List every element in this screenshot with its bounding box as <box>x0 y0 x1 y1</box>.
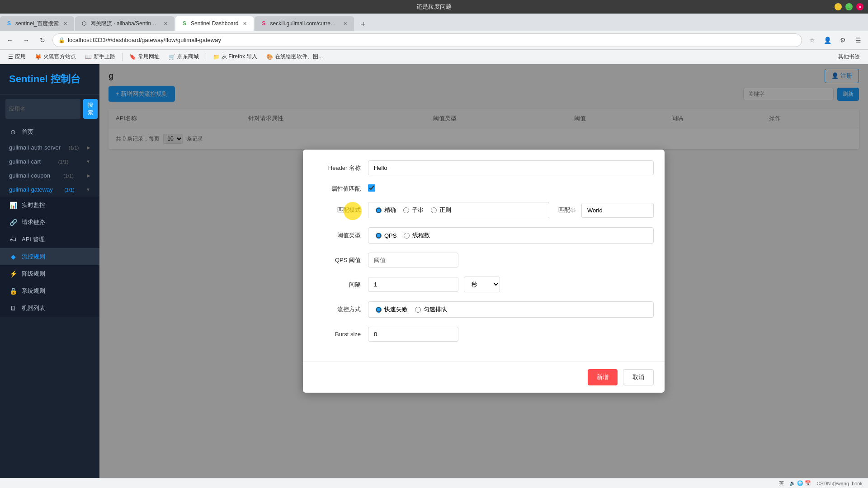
flow-mode-label: 流控方式 <box>314 305 368 314</box>
bookmark-apps[interactable]: ☰ 应用 <box>5 52 29 62</box>
match-mode-radio-group: 精确 子串 正则 <box>368 202 549 218</box>
title-bar: 还是粒度问题 − □ ✕ <box>0 0 868 14</box>
tab-github[interactable]: ⬡ 网关限流 · alibaba/Sentinel Wi... ✕ <box>75 16 175 31</box>
match-regex-radio[interactable] <box>431 207 437 213</box>
modal-cancel-btn[interactable]: 取消 <box>623 369 654 385</box>
attr-match-checkbox[interactable] <box>368 184 375 192</box>
url-bar[interactable]: 🔒 localhost:8333/#/dashboard/gateway/flo… <box>52 33 802 47</box>
tab-favicon-3: S <box>181 20 188 27</box>
back-btn[interactable]: ← <box>4 34 16 47</box>
bookmark-common[interactable]: 🔖 常用网址 <box>126 52 163 62</box>
bookmark-firefox[interactable]: 🦊 火狐官方站点 <box>31 52 80 62</box>
sidebar-item-request-chain[interactable]: 🔗 请求链路 <box>0 214 99 231</box>
other-bookmarks[interactable]: 其他书签 <box>835 52 863 62</box>
flow-queue-option[interactable]: 匀速排队 <box>415 305 447 314</box>
form-row-interval: 间隔 秒 分 时 <box>314 277 654 292</box>
qps-threshold-input[interactable] <box>368 253 458 267</box>
app-auth-server-name: gulimall-auth-server <box>9 144 61 151</box>
app-gateway[interactable]: gulimall-gateway (1/1) ▼ <box>0 183 99 197</box>
flow-fast-fail-option[interactable]: 快速失败 <box>376 305 408 314</box>
realtime-label: 实时监控 <box>22 201 45 209</box>
burst-size-input[interactable] <box>368 327 458 342</box>
threshold-qps-radio[interactable] <box>376 233 382 239</box>
interval-unit-select[interactable]: 秒 分 时 <box>464 277 500 292</box>
bookmark-label-jd: 京东商城 <box>177 53 199 61</box>
attr-match-label: 属性值匹配 <box>314 185 368 193</box>
extensions-btn[interactable]: ⚙ <box>836 34 849 47</box>
flow-queue-radio[interactable] <box>415 307 421 313</box>
forward-btn[interactable]: → <box>20 34 33 47</box>
app-auth-server-count: (1/1) <box>69 145 79 150</box>
app-auth-server[interactable]: gulimall-auth-server (1/1) ▶ <box>0 141 99 155</box>
bookmark-firefox-import[interactable]: 📁 从 Firefox 导入 <box>209 52 261 62</box>
threshold-thread-radio[interactable] <box>404 233 410 239</box>
degrade-label: 降级规则 <box>22 270 45 278</box>
threshold-qps-label: QPS <box>384 232 396 239</box>
status-bar: 英 🔉 🌐 📅 CSDN @wang_book <box>0 478 868 488</box>
sidebar-item-flow-rule[interactable]: ◆ 流控规则 <box>0 248 99 265</box>
modal-submit-btn[interactable]: 新增 <box>588 369 618 385</box>
bookmark-star-btn[interactable]: ☆ <box>806 34 818 47</box>
bookmark-icon-newuser: 📖 <box>85 54 92 60</box>
sidebar-item-realtime[interactable]: 📊 实时监控 <box>0 197 99 214</box>
tab-sentinel-baidu[interactable]: S sentinel_百度搜索 ✕ <box>0 16 74 31</box>
chain-label: 请求链路 <box>22 218 45 226</box>
sidebar-item-home[interactable]: ⊙ 首页 <box>0 123 99 141</box>
header-name-input[interactable] <box>368 160 654 175</box>
bookmark-jd[interactable]: 🛒 京东商城 <box>165 52 203 62</box>
interval-row: 秒 分 时 <box>368 277 654 292</box>
match-substring-radio[interactable] <box>403 207 409 213</box>
other-bookmarks-label: 其他书签 <box>838 53 860 61</box>
new-tab-button[interactable]: + <box>357 18 369 31</box>
tab-seckill[interactable]: S seckill.gulimall.com/currentSe... ✕ <box>255 16 354 31</box>
tab-close-4[interactable]: ✕ <box>341 20 349 27</box>
match-exact-option[interactable]: 精确 <box>376 206 396 214</box>
match-regex-option[interactable]: 正则 <box>431 206 451 214</box>
sidebar-item-system[interactable]: 🔒 系统规则 <box>0 282 99 300</box>
bookmark-icon-firefox: 🦊 <box>35 54 42 60</box>
sidebar-item-api-mgmt[interactable]: 🏷 API 管理 <box>0 231 99 248</box>
reload-btn[interactable]: ↻ <box>36 34 49 47</box>
interval-input[interactable] <box>368 277 458 292</box>
app-coupon[interactable]: gulimall-coupon (1/1) ▶ <box>0 169 99 183</box>
maximize-btn[interactable]: □ <box>845 3 853 10</box>
api-icon: 🏷 <box>9 236 17 243</box>
status-csdn: CSDN @wang_book <box>816 481 863 486</box>
url-text: localhost:8333/#/dashboard/gateway/flow/… <box>68 37 221 43</box>
match-substring-label: 子串 <box>412 206 424 214</box>
profile-btn[interactable]: 👤 <box>821 34 834 47</box>
threshold-thread-option[interactable]: 线程数 <box>404 231 430 239</box>
bookmark-label-firefox: 火狐官方站点 <box>43 53 76 61</box>
menu-btn[interactable]: ☰ <box>852 34 864 47</box>
threshold-qps-option[interactable]: QPS <box>376 232 396 239</box>
flow-fast-fail-radio[interactable] <box>376 307 382 313</box>
address-bar: ← → ↻ 🔒 localhost:8333/#/dashboard/gatew… <box>0 31 868 50</box>
match-serial-input[interactable] <box>581 203 654 218</box>
app-search-input[interactable] <box>5 99 80 119</box>
window-controls[interactable]: − □ ✕ <box>835 3 863 10</box>
tab-sentinel-dashboard[interactable]: S Sentinel Dashboard ✕ <box>175 16 254 31</box>
minimize-btn[interactable]: − <box>835 3 842 10</box>
bookmark-drawing[interactable]: 🎨 在线绘图软件、图... <box>263 52 326 62</box>
match-exact-radio[interactable] <box>376 207 382 213</box>
qps-threshold-control <box>368 253 654 267</box>
app-coupon-count: (1/1) <box>63 173 74 178</box>
bookmark-icon-apps: ☰ <box>8 54 13 60</box>
close-btn[interactable]: ✕ <box>856 3 863 10</box>
sidebar-item-machine[interactable]: 🖥 机器列表 <box>0 300 99 317</box>
match-mode-control: 精确 子串 正则 <box>368 202 654 218</box>
match-serial-label: 匹配串 <box>558 206 576 214</box>
app-cart[interactable]: gulimall-cart (1/1) ▼ <box>0 155 99 169</box>
app-search-btn[interactable]: 搜索 <box>83 99 98 119</box>
app-cart-name: gulimall-cart <box>9 158 41 165</box>
tab-close-1[interactable]: ✕ <box>61 20 69 27</box>
match-substring-option[interactable]: 子串 <box>403 206 424 214</box>
match-regex-label: 正则 <box>439 206 451 214</box>
bookmark-newuser[interactable]: 📖 新手上路 <box>81 52 119 62</box>
form-row-threshold-type: 阈值类型 QPS 线程数 <box>314 227 654 244</box>
tab-close-2[interactable]: ✕ <box>162 20 169 27</box>
sidebar-item-degrade[interactable]: ⚡ 降级规则 <box>0 265 99 282</box>
header-name-control <box>368 160 654 175</box>
tab-close-3[interactable]: ✕ <box>241 20 248 27</box>
tab-title-3: Sentinel Dashboard <box>191 20 238 27</box>
